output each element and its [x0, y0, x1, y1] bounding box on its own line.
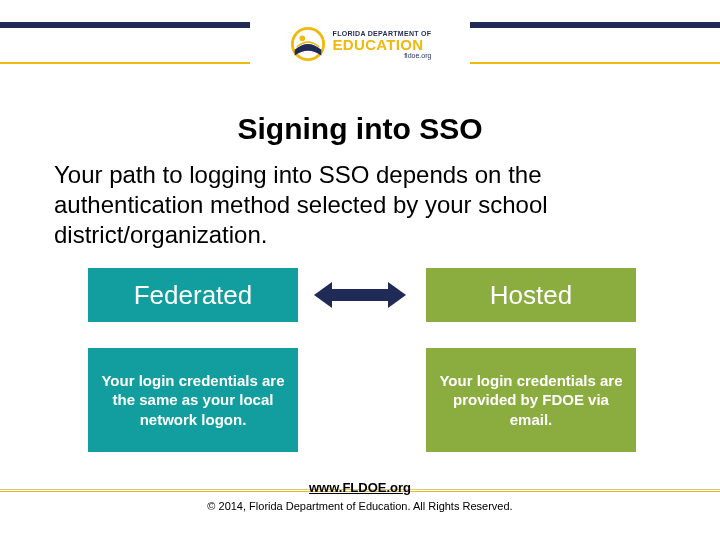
svg-point-2 — [299, 35, 305, 41]
svg-marker-3 — [314, 282, 406, 308]
logo: FLORIDA DEPARTMENT OF EDUCATION fldoe.or… — [250, 16, 470, 72]
logo-text: FLORIDA DEPARTMENT OF EDUCATION fldoe.or… — [333, 30, 432, 59]
content-boxes: Federated Hosted Your login credentials … — [0, 268, 720, 468]
federated-heading: Federated — [88, 268, 298, 322]
hosted-heading: Hosted — [426, 268, 636, 322]
logo-url: fldoe.org — [333, 52, 432, 59]
double-arrow-icon — [314, 280, 406, 310]
logo-education-line: EDUCATION — [333, 37, 432, 52]
footer: www.FLDOE.org © 2014, Florida Department… — [0, 478, 720, 512]
intro-paragraph: Your path to logging into SSO depends on… — [54, 160, 666, 250]
page-title: Signing into SSO — [0, 112, 720, 146]
hosted-body: Your login credentials are provided by F… — [426, 348, 636, 452]
slide: FLORIDA DEPARTMENT OF EDUCATION fldoe.or… — [0, 0, 720, 540]
footer-link[interactable]: www.FLDOE.org — [309, 480, 411, 495]
logo-mark-icon — [289, 25, 327, 63]
footer-copyright: © 2014, Florida Department of Education.… — [0, 500, 720, 512]
federated-body: Your login credentials are the same as y… — [88, 348, 298, 452]
